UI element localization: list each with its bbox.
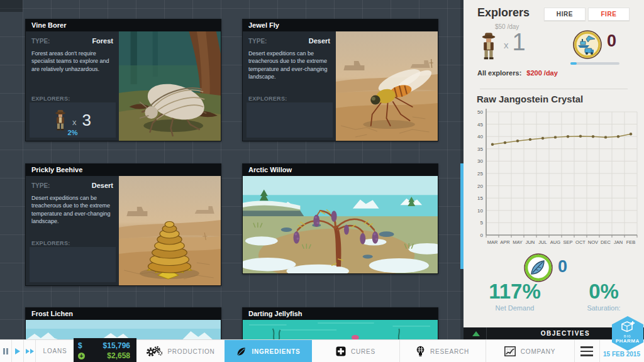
ingredient-leaf-icon: [524, 253, 553, 282]
net-demand-label: Net Demand: [472, 304, 557, 312]
hire-button[interactable]: HIRE: [544, 8, 586, 21]
card-info: TYPE: Desert Desert expeditions can be t…: [243, 31, 336, 141]
net-demand-value: 117%: [472, 281, 557, 302]
menu-button[interactable]: [574, 340, 599, 362]
explorer-count-x: x: [72, 118, 77, 127]
type-value: Desert: [92, 182, 113, 189]
type-value: Desert: [309, 37, 330, 45]
explorers-label: EXPLORERS:: [31, 240, 70, 246]
saturation-value: 0%: [569, 281, 638, 302]
tab-company-label: COMPANY: [521, 348, 555, 355]
chart-title: Raw Jangostein Crystal: [477, 94, 583, 104]
explorer-icon: [480, 31, 497, 60]
transport-count: 0: [607, 31, 616, 51]
card-title: Vine Borer: [26, 19, 221, 31]
svg-text:NOV: NOV: [588, 239, 598, 245]
cube-icon: [620, 320, 635, 335]
vine-borer-illustration: [119, 31, 221, 141]
svg-text:JUN: JUN: [526, 239, 535, 245]
frost-lichen-illustration: [26, 320, 221, 339]
transport-progress-fill: [570, 62, 577, 65]
panel-divider: [480, 89, 628, 89]
tab-company[interactable]: COMPANY: [486, 340, 574, 362]
card-title: Jewel Fly: [243, 19, 438, 31]
cash-amount: $15,796: [103, 341, 130, 350]
darting-jellyfish-illustration: [243, 320, 438, 339]
corner-box: [0, 0, 23, 12]
type-label: TYPE:: [31, 38, 50, 45]
ingredient-detail-panel: Explorers HIRE FIRE $50 /day x 1: [464, 0, 644, 327]
ingredients-grid-area: Vine Borer TYPE: Forest Forest areas don…: [0, 0, 464, 339]
svg-text:MAY: MAY: [513, 239, 523, 245]
tab-ingredients[interactable]: INGREDIENTS: [225, 340, 312, 362]
income-amount: $2,658: [107, 351, 130, 360]
lightbulb-icon: [416, 346, 425, 357]
card-title: Arctic Willow: [243, 164, 438, 176]
ingredient-card-vine-borer[interactable]: Vine Borer TYPE: Forest Forest areas don…: [25, 19, 221, 141]
ingredient-card-prickly-beehive[interactable]: Prickly Beehive TYPE: Desert Desert expe…: [25, 163, 221, 286]
card-title: Darting Jellyfish: [243, 308, 438, 320]
play-icon: [15, 348, 20, 354]
tab-production[interactable]: PRODUCTION: [136, 340, 225, 362]
svg-text:FEB: FEB: [626, 239, 636, 245]
game-date: 15 FEB 2015: [599, 351, 644, 358]
play-button[interactable]: [12, 340, 24, 362]
tab-research-label: RESEARCH: [430, 348, 469, 355]
all-explorers-cost: $200 /day: [526, 69, 558, 77]
fire-button[interactable]: FIRE: [588, 8, 630, 21]
explorers-box: [30, 247, 116, 282]
gears-icon: [146, 346, 162, 357]
svg-text:45: 45: [477, 122, 483, 128]
explorer-count: 1: [513, 31, 526, 53]
tab-cures[interactable]: CURES: [312, 340, 399, 362]
svg-text:5: 5: [480, 220, 484, 226]
tab-cures-label: CURES: [351, 348, 375, 355]
chart-icon: [504, 346, 516, 356]
pause-button[interactable]: [0, 340, 12, 362]
explorers-label: EXPLORERS:: [31, 96, 70, 102]
explorers-panel-title: Explorers: [477, 6, 530, 19]
type-label: TYPE:: [248, 38, 267, 45]
leaf-icon: [236, 346, 247, 357]
type-value: Forest: [92, 37, 113, 45]
ingredient-card-frost-lichen[interactable]: Frost Lichen: [25, 307, 221, 339]
ingredient-card-arctic-willow[interactable]: Arctic Willow: [242, 163, 438, 274]
card-title: Prickly Beehive: [26, 164, 221, 176]
svg-text:40: 40: [477, 134, 483, 140]
tab-research[interactable]: RESEARCH: [399, 340, 486, 362]
explorers-box: x 3 2%: [30, 102, 116, 138]
plus-cross-icon: [336, 346, 346, 356]
svg-text:50: 50: [477, 109, 483, 115]
ingredient-stock-count: 0: [558, 257, 567, 277]
objectives-expand-icon: [472, 331, 480, 336]
svg-text:10: 10: [477, 208, 483, 214]
ingredient-card-jewel-fly[interactable]: Jewel Fly TYPE: Desert Desert expedition…: [242, 19, 438, 141]
svg-text:25: 25: [477, 171, 483, 177]
pause-icon: [3, 348, 8, 354]
transport-progress-bar: [570, 62, 619, 65]
tab-ingredients-label: INGREDIENTS: [252, 348, 300, 355]
card-description: Desert expeditions can be treacherous du…: [248, 50, 330, 81]
arctic-willow-illustration: [243, 176, 438, 273]
svg-text:35: 35: [477, 146, 483, 152]
svg-text:20: 20: [477, 184, 483, 189]
tab-production-label: PRODUCTION: [167, 348, 214, 355]
svg-text:JAN: JAN: [614, 239, 623, 245]
prickly-beehive-illustration: [119, 176, 221, 285]
svg-text:JUL: JUL: [538, 239, 547, 245]
fast-forward-button[interactable]: [24, 340, 36, 362]
type-label: TYPE:: [31, 182, 50, 189]
svg-text:MAR: MAR: [487, 239, 498, 245]
svg-text:OCT: OCT: [575, 239, 586, 245]
explorers-label: EXPLORERS:: [248, 96, 287, 102]
loans-button[interactable]: LOANS: [36, 340, 74, 362]
svg-text:APR: APR: [500, 239, 510, 245]
card-info: TYPE: Forest Forest areas don't require …: [26, 31, 119, 141]
svg-text:AUG: AUG: [550, 239, 560, 245]
all-explorers-label: All explorers:: [477, 69, 521, 77]
income-plus-icon: +: [78, 353, 85, 359]
saturation-label: Saturation:: [569, 304, 638, 312]
logo-pharma-text: PHARMA: [616, 338, 640, 344]
ingredient-card-darting-jellyfish[interactable]: Darting Jellyfish: [242, 307, 438, 339]
card-description: Forest areas don't require specialist te…: [31, 50, 113, 73]
